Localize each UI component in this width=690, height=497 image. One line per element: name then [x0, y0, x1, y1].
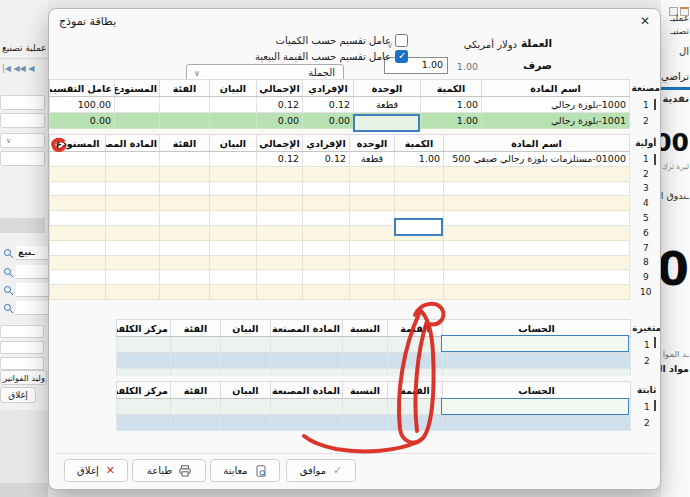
record-navigation-icons[interactable]: |◀ ◀◀ ◀ — [2, 64, 34, 73]
currency-label: العملة — [521, 37, 552, 49]
fund-label: ـندوق ا — [661, 190, 689, 201]
count-value: 0 — [661, 242, 689, 296]
search-icon[interactable] — [3, 285, 14, 296]
text-field[interactable] — [0, 357, 44, 370]
exchange-rate-input[interactable]: 1.00 — [384, 57, 448, 74]
table-row[interactable]: 2 — [117, 353, 662, 369]
close-x-icon: ✕ — [106, 464, 115, 477]
focused-cell-account-fixed[interactable] — [441, 398, 629, 415]
exchange-label: صرف — [523, 59, 552, 71]
section-label: أولية — [630, 135, 662, 152]
focused-cell-unit[interactable] — [353, 114, 420, 132]
search-row[interactable] — [0, 301, 48, 316]
table-row[interactable]: 9 — [50, 270, 662, 285]
grey-bar — [0, 218, 45, 233]
materials-label: مواد التا — [661, 363, 689, 374]
divider — [0, 58, 48, 59]
item-name-cell[interactable]: 1001-بلوزة رجالي — [482, 113, 630, 129]
raw-materials-table: أولية اسم المادة الكمية الوحدة الإفرادي … — [49, 134, 661, 300]
item-name-fragment: ـنيع — [18, 247, 35, 257]
table-row[interactable]: 7 — [50, 240, 662, 255]
search-row[interactable]: ـنيع — [0, 246, 48, 261]
focused-cell-account-variable[interactable] — [441, 335, 629, 352]
amount-value: .00 — [661, 128, 689, 157]
table-row[interactable]: 1 01000-مستلزمات بلوزة رجالي صيفي 500 1.… — [50, 152, 662, 167]
item-name-cell[interactable]: 1000-بلوزة رجالي — [482, 97, 630, 113]
dialog-title: بطاقة نموذج — [59, 15, 116, 28]
divider — [57, 453, 654, 454]
search-icon[interactable] — [3, 248, 14, 259]
currency-value[interactable]: دولار أمريكي — [439, 39, 517, 50]
printer-icon — [179, 465, 191, 477]
generate-invoices-button[interactable]: وليد الفواتير — [0, 370, 47, 385]
search-icon[interactable] — [3, 303, 14, 314]
section-label: ثابتة — [631, 382, 662, 399]
table-row[interactable]: 5 — [50, 211, 662, 226]
background-left-window: عملية تصنيع |◀ ◀◀ ◀ ∨ ـنيع وليد الفواتير… — [0, 0, 48, 497]
price-list-value: الجملة — [308, 67, 335, 78]
chevron-down-icon: ∨ — [6, 137, 11, 145]
cash-label: نقدية — [662, 93, 689, 104]
text-field[interactable] — [0, 151, 45, 166]
background-right-window: عمليـ تصنيـ ال تراضي نقدية .00 ليرة ترك … — [661, 0, 690, 497]
tab-fragment[interactable]: عمليـ — [670, 13, 689, 23]
search-row[interactable] — [0, 265, 48, 280]
table-row[interactable]: 3 — [50, 181, 662, 196]
currency-caption: ليرة ترك — [662, 162, 689, 171]
template-card-dialog: بطاقة نموذج ✕ العملة دولار أمريكي ∨ صرف … — [48, 8, 661, 490]
search-row[interactable] — [0, 283, 48, 298]
preview-button[interactable]: معاينة — [210, 459, 280, 482]
preview-icon — [255, 465, 267, 477]
checkbox-split-by-quantities[interactable] — [395, 34, 408, 47]
text-field[interactable] — [0, 113, 45, 128]
active-tab-indicator — [661, 87, 690, 90]
text-fragment: ال — [679, 46, 689, 57]
table-row[interactable]: 2 — [117, 415, 662, 431]
ok-button[interactable]: موافق✓ — [286, 459, 356, 482]
text-field[interactable] — [0, 325, 44, 338]
text-caret — [654, 99, 656, 110]
focused-cell-qty[interactable] — [394, 218, 443, 236]
close-icon[interactable]: ✕ — [640, 14, 650, 28]
close-button-background[interactable]: إغلاق — [0, 387, 36, 403]
table-row[interactable]: 1 1000-بلوزة رجالي 1.00 قطعة 0.12 0.12 1… — [50, 97, 662, 113]
materials-count-caption: ـد الموا — [663, 349, 689, 359]
tab-fragment[interactable]: تصنيـ — [671, 26, 689, 36]
search-icon[interactable] — [3, 267, 14, 278]
close-button[interactable]: إغلاق✕ — [64, 459, 128, 482]
exchange-rate-display: 1.00 — [454, 61, 478, 72]
text-caret — [654, 400, 656, 411]
item-name-cell[interactable]: 01000-مستلزمات بلوزة رجالي صيفي 500 — [444, 152, 630, 167]
chevron-down-icon: ∨ — [194, 69, 200, 78]
checkbox-label: عامل تقسيم حسب الكميات — [239, 35, 391, 46]
print-button[interactable]: طباعة — [132, 459, 206, 482]
checkbox-label: عامل تقسيم حسب القيمة البيعية — [239, 51, 391, 62]
text-caret — [654, 154, 656, 165]
table-row[interactable]: 4 — [50, 196, 662, 211]
table-row[interactable]: 2 — [50, 166, 662, 181]
table-row[interactable]: 8 — [50, 255, 662, 270]
table-row[interactable]: 6 — [50, 225, 662, 240]
tab-default[interactable]: تراضي — [661, 71, 689, 82]
dropdown-field[interactable]: ∨ — [0, 133, 45, 148]
check-icon: ✓ — [333, 464, 342, 477]
table-row[interactable]: 10 — [50, 285, 662, 300]
checkbox-split-by-sale-value[interactable] — [395, 50, 408, 63]
screen: عملية تصنيع |◀ ◀◀ ◀ ∨ ـنيع وليد الفواتير… — [0, 0, 690, 497]
tab-manufacturing-process[interactable]: عملية تصنيع — [2, 43, 47, 53]
text-field[interactable] — [0, 341, 44, 354]
section-label: مصنعة — [630, 80, 662, 97]
text-field[interactable] — [0, 95, 45, 110]
text-caret — [654, 337, 656, 348]
section-label: متغيرة — [631, 320, 662, 337]
taskbar-strip — [0, 483, 48, 497]
table-row[interactable] — [117, 369, 662, 377]
